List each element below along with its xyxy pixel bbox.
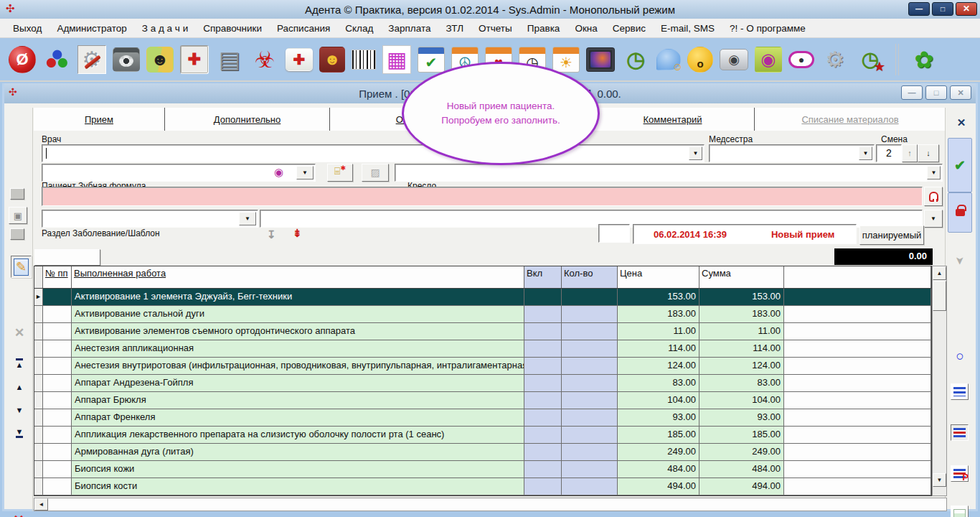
edit-record-icon[interactable]: ✎: [11, 256, 32, 278]
row-selector[interactable]: [34, 444, 43, 461]
menu-item-1[interactable]: Выход: [13, 23, 42, 34]
cell-qty[interactable]: [562, 409, 618, 427]
biohazard-icon[interactable]: ☣: [250, 45, 279, 74]
calendar-check-icon[interactable]: ✔: [418, 47, 445, 73]
cell-work[interactable]: Анестезия аппликационная: [72, 340, 524, 358]
cell-work[interactable]: Активирование 1 элемента Эджуайз, Бегг-т…: [72, 289, 524, 306]
barcode-icon[interactable]: [352, 50, 376, 70]
eye-square-icon[interactable]: ◉: [755, 47, 782, 73]
cell-qty[interactable]: [562, 444, 618, 461]
menu-item-6[interactable]: Склад: [345, 23, 373, 34]
cell-incl[interactable]: [524, 306, 562, 323]
cell-sum[interactable]: 83.00: [699, 375, 784, 392]
face-hearts-icon[interactable]: ☻: [319, 47, 345, 73]
archive-books-icon[interactable]: ▤: [215, 45, 244, 74]
cell-qty[interactable]: [562, 306, 618, 323]
cell-qty[interactable]: [562, 392, 618, 409]
cell-sum[interactable]: 484.00: [699, 461, 784, 478]
section-select[interactable]: ▼: [42, 210, 258, 228]
minimize-button[interactable]: —: [908, 2, 930, 16]
left-gray-box-2[interactable]: [10, 228, 24, 240]
tooth-chart-icon[interactable]: ▣: [9, 207, 27, 224]
table-row[interactable]: ►Активирование 1 элемента Эджуайз, Бегг-…: [34, 289, 931, 306]
cell-num[interactable]: [43, 358, 72, 375]
cell-price[interactable]: 249.00: [618, 444, 699, 461]
cell-incl[interactable]: [524, 409, 562, 427]
cell-incl[interactable]: [524, 461, 562, 478]
alarm-star-icon[interactable]: ◷: [856, 45, 885, 74]
calendar-sun-icon[interactable]: ☀: [552, 47, 580, 73]
cell-num[interactable]: [43, 306, 72, 323]
header-price[interactable]: Цена: [618, 266, 699, 288]
cell-qty[interactable]: [562, 289, 618, 306]
table-row[interactable]: Аппарат Андрезена-Гойпля83.0083.00: [34, 375, 931, 392]
cell-work[interactable]: Активирование стальной дуги: [72, 306, 524, 323]
prev-row-icon[interactable]: ▲: [13, 382, 26, 392]
reception-maximize-button[interactable]: □: [925, 85, 947, 100]
cell-filler[interactable]: [784, 358, 931, 375]
next-row-icon[interactable]: ▼: [13, 405, 26, 415]
cell-sum[interactable]: 494.00: [699, 478, 784, 495]
chair-select[interactable]: ▼: [395, 164, 943, 182]
shift-down-button[interactable]: ↓: [918, 144, 939, 162]
cell-qty[interactable]: [562, 375, 618, 392]
first-row-icon[interactable]: ▲: [13, 358, 26, 369]
doc-bluered-lines-icon[interactable]: [951, 424, 969, 441]
cell-num[interactable]: [43, 323, 72, 340]
cell-filler[interactable]: [784, 427, 931, 444]
cell-num[interactable]: [43, 444, 72, 461]
table-row[interactable]: Активирование элементов съемного ортодон…: [34, 323, 931, 340]
cell-price[interactable]: 83.00: [618, 375, 699, 392]
header-num[interactable]: № пп: [43, 266, 72, 288]
chat-bubbles-icon[interactable]: [656, 49, 681, 70]
header-work[interactable]: Выполненная работа: [72, 266, 524, 288]
left-gray-box-1[interactable]: [10, 188, 24, 200]
row-selector[interactable]: [34, 478, 43, 495]
cell-price[interactable]: 183.00: [618, 306, 699, 323]
scroll-left-button[interactable]: ◄: [34, 498, 48, 511]
cell-price[interactable]: 114.00: [618, 340, 699, 358]
assistant-dropdown-icon[interactable]: ▼: [689, 146, 702, 160]
lock-icon[interactable]: [948, 192, 972, 233]
administrator-users-icon[interactable]: [42, 45, 71, 74]
close-button[interactable]: ✕: [956, 2, 977, 16]
doc-ep-icon[interactable]: P: [951, 465, 969, 482]
cell-filler[interactable]: [784, 375, 931, 392]
cell-filler[interactable]: [784, 478, 931, 495]
row-selector[interactable]: [34, 427, 43, 444]
cell-sum[interactable]: 114.00: [699, 340, 784, 358]
camera-icon[interactable]: ◉: [720, 49, 748, 70]
cell-sum[interactable]: 124.00: [699, 358, 784, 375]
cell-sum[interactable]: 104.00: [699, 392, 784, 409]
cell-incl[interactable]: [524, 478, 562, 495]
row-selector[interactable]: [34, 323, 43, 340]
tab-прием[interactable]: Прием: [34, 108, 165, 131]
cell-qty[interactable]: [562, 478, 618, 495]
table-row[interactable]: Биопсия кожи484.00484.00: [34, 461, 931, 478]
cell-num[interactable]: [43, 461, 72, 478]
cell-qty[interactable]: [562, 358, 618, 375]
table-row[interactable]: Аппарат Френкеля93.0093.00: [34, 409, 931, 427]
cell-sum[interactable]: 249.00: [699, 444, 784, 461]
close-panel-icon[interactable]: ✕: [954, 116, 969, 129]
maximize-button[interactable]: □: [932, 2, 953, 16]
cell-num[interactable]: [43, 375, 72, 392]
cell-price[interactable]: 484.00: [618, 461, 699, 478]
row-selector[interactable]: [34, 461, 43, 478]
medical-card-icon[interactable]: ✚: [180, 45, 209, 74]
cell-sum[interactable]: 185.00: [699, 427, 784, 444]
cell-qty[interactable]: [562, 340, 618, 358]
cell-num[interactable]: [43, 478, 72, 495]
finder-face-icon[interactable]: ☻: [146, 47, 174, 73]
confirm-icon[interactable]: ✔: [948, 138, 972, 192]
template-dropdown-button[interactable]: ▼: [924, 210, 943, 228]
cell-qty[interactable]: [562, 323, 618, 340]
cell-num[interactable]: [43, 289, 72, 306]
row-selector[interactable]: [34, 358, 43, 375]
cell-num[interactable]: [43, 409, 72, 427]
chair-dropdown-icon[interactable]: ▼: [927, 166, 941, 180]
nurse-dropdown-icon[interactable]: ▼: [859, 146, 872, 160]
cell-work[interactable]: Аппарат Андрезена-Гойпля: [72, 375, 524, 392]
menu-item-12[interactable]: Сервис: [613, 23, 646, 34]
cell-num[interactable]: [43, 340, 72, 358]
